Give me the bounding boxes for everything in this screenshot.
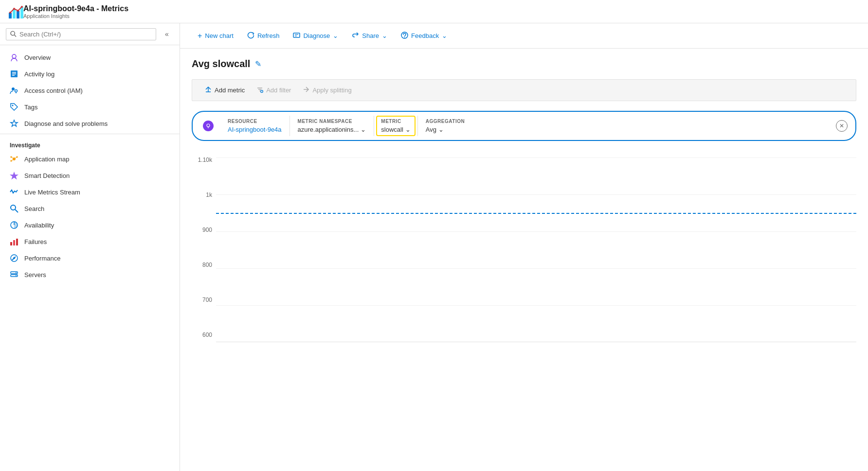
page-content: Avg slowcall ✎ Add metric Add filter [180,49,868,471]
sidebar-item-overview[interactable]: Overview [0,49,180,66]
namespace-value: azure.applicationins... [298,126,359,133]
svg-point-37 [16,272,17,273]
svg-point-7 [21,6,23,8]
apply-splitting-icon [303,86,309,94]
access-control-icon [10,86,18,95]
svg-rect-30 [10,242,12,245]
sidebar-top: « [0,23,180,45]
feedback-label: Feedback [411,32,439,39]
smart-detection-icon [10,171,18,180]
aggregation-select-wrapper[interactable]: Avg ⌄ [426,126,465,133]
nav-divider [0,134,180,134]
field-divider-1 [289,116,290,136]
share-label: Share [362,32,379,39]
diagnose-chevron-icon: ⌄ [333,32,338,39]
add-filter-label: Add filter [266,87,291,94]
search-nav-icon [10,204,18,213]
diagnose-button[interactable]: Diagnose ⌄ [287,29,344,43]
share-button[interactable]: Share ⌄ [346,29,393,43]
sidebar-item-smart-detection[interactable]: Smart Detection [0,167,180,184]
main-layout: « Overview Activity log Access contr [0,23,868,471]
namespace-field: METRIC NAMESPACE azure.applicationins...… [292,117,372,135]
aggregation-value: Avg [426,126,436,133]
svg-point-15 [12,87,15,90]
sidebar-item-search[interactable]: Search [0,200,180,217]
aggregation-label: AGGREGATION [426,119,465,124]
tags-icon [10,103,18,111]
aggregation-chevron-icon: ⌄ [438,126,444,133]
add-metric-button[interactable]: Add metric [200,84,250,97]
app-logo-icon [8,4,23,19]
grid-line-top [216,157,856,158]
plus-icon: + [198,32,202,40]
sidebar-item-failures[interactable]: Failures [0,233,180,250]
edit-title-icon[interactable]: ✎ [255,59,261,69]
svg-rect-32 [16,239,18,245]
field-divider-3 [417,116,418,136]
svg-line-27 [15,209,18,212]
metric-label: METRIC [381,119,411,124]
metric-chevron-icon: ⌄ [405,126,411,133]
search-icon [10,31,17,37]
sidebar-item-activity-log[interactable]: Activity log [0,66,180,82]
svg-point-4 [9,12,11,14]
servers-icon [10,270,18,279]
add-metric-icon [205,86,212,94]
resource-label: RESOURCE [228,119,282,124]
sidebar-item-label: Tags [24,104,37,111]
sidebar-item-label: Activity log [24,70,54,78]
namespace-select-wrapper[interactable]: azure.applicationins... ⌄ [298,126,366,133]
svg-rect-2 [17,11,19,18]
metric-select-wrapper[interactable]: slowcall ⌄ [381,126,411,133]
grid-line-1 [216,194,856,195]
sidebar-item-label: Servers [24,271,46,279]
svg-point-5 [13,8,15,10]
svg-rect-31 [13,240,15,245]
sidebar-item-availability[interactable]: Availability [0,217,180,233]
refresh-button[interactable]: Refresh [241,29,286,43]
y-label-700: 700 [192,297,216,303]
search-box[interactable] [6,28,156,40]
sidebar-item-label: Availability [24,222,54,229]
sidebar-item-access-control[interactable]: Access control (IAM) [0,82,180,99]
refresh-icon [247,32,254,40]
sidebar-item-label: Live Metrics Stream [24,189,80,196]
metric-bulb-icon [200,118,216,134]
sidebar-item-tags[interactable]: Tags [0,99,180,115]
svg-point-16 [15,90,18,92]
grid-line-bottom [216,342,856,342]
application-map-icon [10,155,18,163]
top-header: AI-springboot-9e4a - Metrics Application… [0,0,868,23]
feedback-button[interactable]: Feedback ⌄ [395,29,453,43]
collapse-sidebar-button[interactable]: « [160,27,174,41]
sidebar-item-application-map[interactable]: Application map [0,151,180,167]
sidebar-item-diagnose[interactable]: Diagnose and solve problems [0,115,180,132]
apply-splitting-label: Apply splitting [312,87,351,94]
feedback-chevron-icon: ⌄ [442,32,447,39]
sidebar-item-performance[interactable]: Performance [0,250,180,266]
feedback-icon [401,32,408,40]
svg-point-6 [17,10,19,12]
header-title-group: AI-springboot-9e4a - Metrics Application… [23,4,128,19]
add-filter-button[interactable]: Add filter [252,84,296,97]
sidebar-item-servers[interactable]: Servers [0,266,180,283]
live-metrics-icon [10,188,18,196]
sidebar-item-label: Diagnose and solve problems [24,120,108,127]
share-icon [352,32,359,40]
remove-metric-button[interactable]: ✕ [836,120,848,132]
svg-point-34 [13,257,15,259]
sidebar-item-label: Overview [24,54,51,61]
sidebar-item-live-metrics[interactable]: Live Metrics Stream [0,184,180,200]
apply-splitting-button[interactable]: Apply splitting [298,84,356,97]
svg-point-26 [11,205,16,210]
new-chart-button[interactable]: + New chart [192,29,239,43]
availability-icon [10,221,18,229]
chart-data-line [216,213,856,214]
chart-container: 1.10k 1k 900 800 700 600 [192,153,856,342]
sidebar-nav: Overview Activity log Access control (IA… [0,45,180,471]
field-divider-2 [374,116,374,136]
activity-log-icon [10,70,18,78]
svg-point-10 [12,54,16,58]
search-input[interactable] [19,31,152,38]
sidebar-item-label: Access control (IAM) [24,87,83,94]
